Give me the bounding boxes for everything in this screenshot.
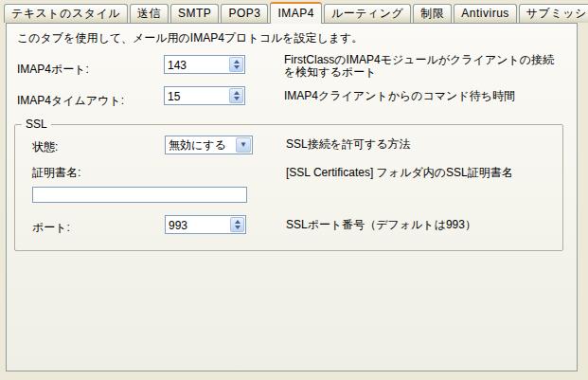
spin-up-icon[interactable] [234,91,240,95]
spin-up-icon[interactable] [234,60,240,63]
ssl-certificate-label: 証明書名: [32,165,80,181]
imap4-port-input[interactable] [165,56,228,73]
spin-down-icon[interactable] [234,65,240,69]
ssl-port-help: SSLポート番号（デフォルトは993） [286,219,579,231]
imap4-port-help: FirstClassのIMAP4モジュールがクライアントの接続 を検知するポート [284,54,578,79]
ssl-state-label: 状態: [32,139,58,155]
imap4-timeout-help: IMAP4クライアントからのコマンド待ち時間 [284,90,578,102]
imap4-timeout-spinner[interactable] [229,88,243,103]
tab-limits[interactable]: 制限 [413,4,452,23]
tab-pop3[interactable]: POP3 [221,4,268,23]
imap4-settings-panel: このタブを使用して、メール用のIMAP4プロトコルを設定します。 IMAP4ポー… [6,23,578,371]
tab-antivirus[interactable]: Antivirus [454,4,517,23]
spin-down-icon[interactable] [235,226,241,229]
tab-smtp[interactable]: SMTP [170,4,219,23]
imap4-timeout-field [164,86,245,105]
imap4-timeout-label: IMAP4タイムアウト: [17,93,124,109]
spin-up-icon[interactable] [235,220,241,224]
spin-down-icon[interactable] [234,97,240,100]
tab-send[interactable]: 送信 [130,4,169,23]
tab-bar: テキストのスタイル 送信 SMTP POP3 IMAP4 ルーティング 制限 A… [4,2,586,23]
ssl-port-field [165,215,246,234]
dropdown-button[interactable]: ▼ [236,137,251,153]
ssl-port-spinner[interactable] [230,217,244,232]
ssl-group-title: SSL [22,118,51,131]
chevron-down-icon: ▼ [240,141,247,149]
ssl-group: SSL 状態: 無効にする ▼ SSL接続を許可する方法 証明書名: [SSL … [14,124,563,251]
ssl-certificate-input[interactable] [32,187,247,203]
ssl-certificate-help: [SSL Certificates] フォルダ内のSSL証明書名 [286,167,579,179]
ssl-port-label: ポート: [32,220,70,236]
imap4-port-spinner[interactable] [229,57,243,72]
ssl-state-dropdown[interactable]: 無効にする ▼ [165,136,253,154]
ssl-port-input[interactable] [166,216,229,233]
imap4-port-field [164,55,245,74]
imap4-port-label: IMAP4ポート: [17,62,89,78]
tab-text-style[interactable]: テキストのスタイル [4,4,128,23]
ssl-state-selected-value: 無効にする [166,137,235,154]
tab-imap4[interactable]: IMAP4 [270,2,322,24]
ssl-state-help: SSL接続を許可する方法 [286,138,579,151]
imap4-timeout-input[interactable] [165,87,228,104]
tab-submission[interactable]: サブミッション [519,4,588,23]
tab-description: このタブを使用して、メール用のIMAP4プロトコルを設定します。 [17,30,363,46]
tab-routing[interactable]: ルーティング [324,4,411,23]
